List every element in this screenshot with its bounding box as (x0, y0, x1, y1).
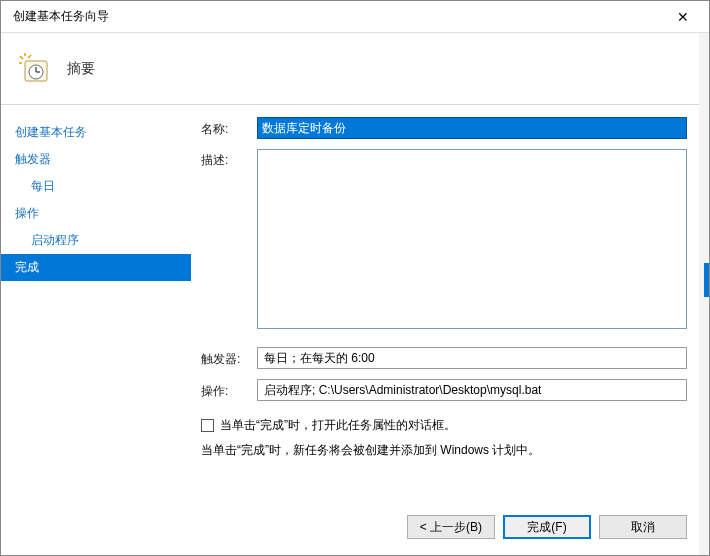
row-action: 操作: 启动程序; C:\Users\Administrator\Desktop… (201, 379, 687, 401)
wizard-steps-sidebar: 创建基本任务触发器每日操作启动程序完成 (1, 105, 191, 555)
sidebar-step-5[interactable]: 完成 (1, 254, 191, 281)
row-trigger: 触发器: 每日；在每天的 6:00 (201, 347, 687, 369)
open-properties-checkbox-label: 当单击“完成”时，打开此任务属性的对话框。 (220, 417, 456, 434)
name-input-value: 数据库定时备份 (262, 120, 346, 137)
wizard-body: 创建基本任务触发器每日操作启动程序完成 名称: 数据库定时备份 描述: 触发器:… (1, 105, 709, 555)
trigger-value: 每日；在每天的 6:00 (264, 350, 375, 367)
action-value-box: 启动程序; C:\Users\Administrator\Desktop\mys… (257, 379, 687, 401)
cancel-button-label: 取消 (631, 519, 655, 536)
svg-line-4 (20, 56, 23, 59)
wizard-main-panel: 名称: 数据库定时备份 描述: 触发器: 每日；在每天的 6:00 操作: (191, 105, 709, 555)
action-label: 操作: (201, 380, 257, 400)
close-icon: ✕ (677, 9, 689, 25)
wizard-button-row: < 上一步(B) 完成(F) 取消 (201, 499, 687, 545)
sidebar-step-2[interactable]: 每日 (1, 173, 191, 200)
sidebar-step-3[interactable]: 操作 (1, 200, 191, 227)
wizard-header: 摘要 (1, 33, 709, 105)
row-description: 描述: (201, 149, 687, 329)
description-label: 描述: (201, 149, 257, 169)
close-button[interactable]: ✕ (667, 3, 699, 31)
back-button[interactable]: < 上一步(B) (407, 515, 495, 539)
description-textarea[interactable] (257, 149, 687, 329)
action-value: 启动程序; C:\Users\Administrator\Desktop\mys… (264, 382, 541, 399)
background-blue-accent (704, 263, 709, 297)
svg-line-6 (28, 55, 31, 58)
wizard-window: 创建基本任务向导 ✕ 摘要 创建基本任务触发器每日操作启动程序完成 (0, 0, 710, 556)
sidebar-step-0[interactable]: 创建基本任务 (1, 119, 191, 146)
sidebar-step-4[interactable]: 启动程序 (1, 227, 191, 254)
name-input[interactable]: 数据库定时备份 (257, 117, 687, 139)
back-button-label: < 上一步(B) (420, 519, 482, 536)
name-label: 名称: (201, 118, 257, 138)
background-right-strip (699, 33, 709, 555)
finish-button-label: 完成(F) (527, 519, 566, 536)
open-properties-checkbox-row[interactable]: 当单击“完成”时，打开此任务属性的对话框。 (201, 417, 687, 434)
finish-hint-text: 当单击“完成”时，新任务将会被创建并添加到 Windows 计划中。 (201, 442, 687, 459)
cancel-button[interactable]: 取消 (599, 515, 687, 539)
finish-button[interactable]: 完成(F) (503, 515, 591, 539)
window-title: 创建基本任务向导 (13, 8, 109, 25)
row-name: 名称: 数据库定时备份 (201, 117, 687, 139)
sidebar-step-1[interactable]: 触发器 (1, 146, 191, 173)
trigger-label: 触发器: (201, 348, 257, 368)
titlebar: 创建基本任务向导 ✕ (1, 1, 709, 33)
trigger-value-box: 每日；在每天的 6:00 (257, 347, 687, 369)
wizard-heading: 摘要 (67, 60, 95, 78)
checkbox-icon (201, 419, 214, 432)
task-scheduler-icon (19, 53, 51, 85)
